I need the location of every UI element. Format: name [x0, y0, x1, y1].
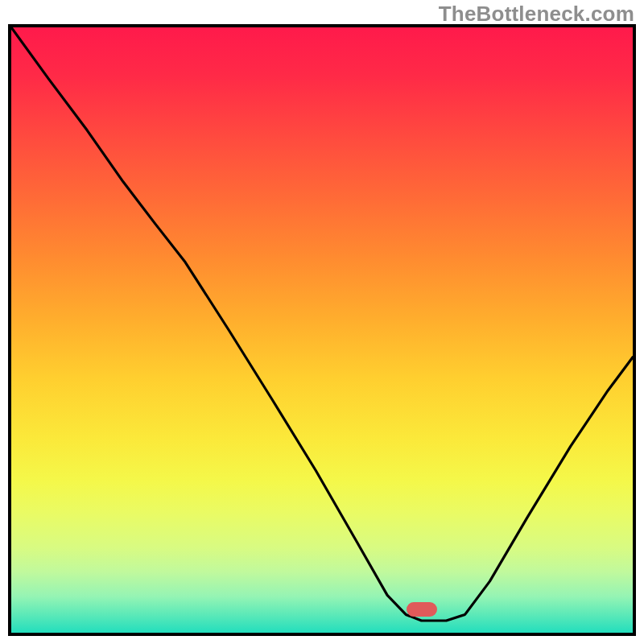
minimum-marker [407, 602, 437, 617]
watermark-text: TheBottleneck.com [439, 2, 634, 27]
chart-frame [8, 24, 636, 636]
bottleneck-curve [11, 27, 633, 633]
